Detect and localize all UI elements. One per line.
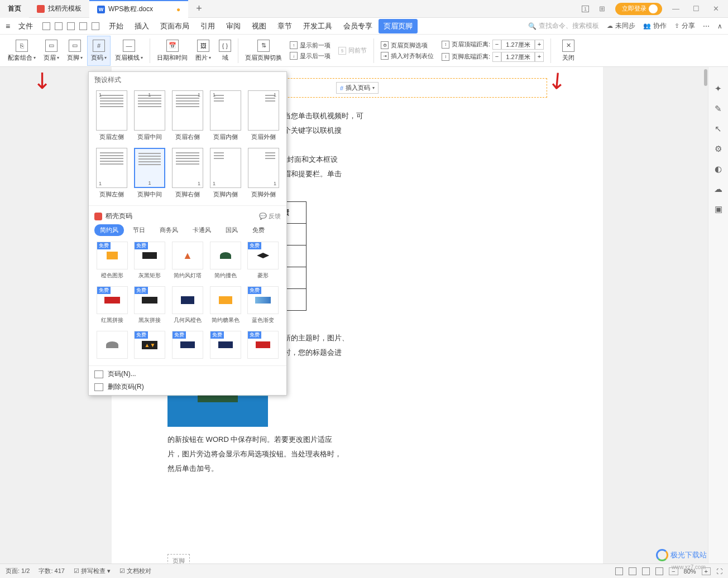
menu-review[interactable]: 审阅 — [221, 19, 246, 33]
tab-templates[interactable]: 找稻壳模板 — [29, 0, 89, 18]
header-line-button[interactable]: —页眉横线▾ — [112, 36, 146, 66]
combo-button[interactable]: ⎘配套组合▾ — [4, 36, 39, 66]
tpl-tab-free[interactable]: 免费 — [247, 224, 270, 236]
tpl-item[interactable]: 免费菱形 — [245, 242, 281, 280]
tpl-item[interactable]: 免费红黑拼接 — [94, 286, 130, 324]
layout-icon[interactable]: 1 — [582, 6, 589, 12]
decrease-button[interactable]: − — [492, 40, 501, 50]
preset-header-left[interactable]: 1页眉左侧 — [94, 90, 129, 141]
tpl-item[interactable]: 简约撞色 — [208, 242, 243, 280]
preset-footer-right[interactable]: 1页脚右侧 — [170, 148, 205, 199]
header-button[interactable]: ▭页眉▾ — [40, 36, 63, 66]
vertical-scrollbar[interactable] — [703, 67, 708, 563]
proofread[interactable]: ☑ 文档校对 — [119, 567, 151, 575]
preset-footer-inside[interactable]: 1页脚内侧 — [208, 148, 243, 199]
maximize-button[interactable]: ☐ — [689, 4, 703, 13]
file-menu[interactable]: 文件 — [13, 19, 38, 33]
apps-icon[interactable]: ⊞ — [596, 4, 609, 13]
page-indicator[interactable]: 页面: 1/2 — [6, 567, 30, 575]
view-web-icon[interactable] — [642, 567, 650, 575]
tpl-item[interactable]: 简约糖果色 — [208, 286, 243, 324]
bot-distance-spinner[interactable]: − 1.27厘米 + — [492, 52, 544, 62]
tpl-item[interactable]: 免费黑灰拼接 — [132, 286, 168, 324]
minimize-button[interactable]: — — [669, 4, 683, 13]
view-outline-icon[interactable] — [629, 567, 636, 575]
tpl-item[interactable] — [94, 331, 130, 361]
insert-align-button[interactable]: ⇥插入对齐制表位 — [381, 52, 434, 60]
ai-icon[interactable]: ✦ — [713, 84, 724, 94]
close-window-button[interactable]: ✕ — [710, 4, 722, 13]
hamburger-icon[interactable]: ≡ — [6, 22, 10, 31]
footer-region-label[interactable]: 页脚 — [167, 554, 190, 563]
preset-footer-center[interactable]: 1页脚中间 — [132, 148, 167, 199]
tpl-item[interactable]: 免费蓝色渐变 — [245, 286, 281, 324]
select-icon[interactable]: ↖ — [713, 124, 724, 134]
tpl-tab-holiday[interactable]: 节日 — [127, 224, 151, 236]
tpl-tab-national[interactable]: 国风 — [220, 224, 243, 236]
tpl-item[interactable]: 免费 — [208, 331, 243, 361]
preset-footer-left[interactable]: 1页脚左侧 — [94, 148, 129, 199]
switch-button[interactable]: ⇅页眉页脚切换 — [242, 36, 285, 66]
preset-footer-outside[interactable]: 1页脚外侧 — [246, 148, 281, 199]
panel-icon[interactable]: ▣ — [713, 204, 724, 214]
redo-icon[interactable] — [92, 22, 99, 30]
tab-document[interactable]: W WPS教程.docx ● — [89, 0, 188, 18]
pen-icon[interactable]: ✎ — [713, 104, 724, 114]
word-count[interactable]: 字数: 417 — [39, 567, 64, 575]
pagenum-dialog-button[interactable]: 页码(N)... — [94, 369, 281, 379]
view-read-icon[interactable] — [655, 567, 663, 575]
print-icon[interactable] — [55, 22, 63, 30]
tpl-tab-simple[interactable]: 简约风 — [94, 224, 124, 236]
tpl-item[interactable]: 免费 — [170, 331, 205, 361]
top-distance-spinner[interactable]: − 1.27厘米 + — [492, 40, 544, 50]
menu-layout[interactable]: 页面布局 — [155, 19, 194, 33]
tpl-item[interactable]: 免费▲▼ — [132, 331, 168, 361]
tpl-item[interactable]: 免费橙色图形 — [94, 242, 130, 280]
preset-header-inside[interactable]: 1页眉内侧 — [208, 90, 243, 141]
save-icon[interactable] — [42, 22, 50, 30]
menu-dev[interactable]: 开发工具 — [298, 19, 337, 33]
menu-header-footer[interactable]: 页眉页脚 — [379, 19, 418, 33]
pagenum-button[interactable]: #页码▾ — [87, 36, 111, 66]
undo-icon[interactable] — [79, 22, 87, 30]
tpl-item[interactable]: 免费 — [245, 331, 281, 361]
feedback-button[interactable]: 💬反馈 — [259, 212, 281, 220]
login-button[interactable]: 立即登录 — [615, 3, 662, 15]
sync-status[interactable]: ☁未同步 — [607, 21, 635, 31]
collapse-ribbon[interactable]: ∧ — [717, 22, 722, 30]
preset-header-right[interactable]: 1页眉右侧 — [170, 90, 205, 141]
show-next-button[interactable]: ↓显示后一项 — [290, 52, 331, 60]
menu-vip[interactable]: 会员专享 — [338, 19, 377, 33]
cloud-icon[interactable]: ☁ — [713, 184, 724, 194]
tpl-item[interactable]: 几何风橙色 — [170, 286, 205, 324]
same-section-button[interactable]: §同前节 — [338, 46, 367, 55]
increase-button[interactable]: + — [535, 40, 544, 50]
insert-pagenum-chip[interactable]: # 插入页码▾ — [336, 82, 379, 94]
delete-pagenum-button[interactable]: 删除页码(R) — [94, 382, 281, 392]
preset-header-outside[interactable]: 1页眉外侧 — [246, 90, 281, 141]
tpl-item[interactable]: ▲简约风灯塔 — [170, 242, 205, 280]
tab-home[interactable]: 首页 — [0, 0, 29, 18]
show-prev-button[interactable]: ↑显示前一项 — [290, 41, 331, 50]
spell-check[interactable]: ☑ 拼写检查 ▾ — [74, 567, 111, 575]
fullscreen-icon[interactable]: ⛶ — [716, 568, 722, 575]
menu-chapter[interactable]: 章节 — [272, 19, 297, 33]
datetime-button[interactable]: 📅日期和时间 — [154, 36, 191, 66]
share-button[interactable]: ⇪分享 — [674, 21, 695, 31]
decrease-button[interactable]: − — [492, 52, 501, 62]
preset-header-center[interactable]: 1页眉中间 — [132, 90, 167, 141]
menu-start[interactable]: 开始 — [104, 19, 128, 33]
tpl-tab-cartoon[interactable]: 卡通风 — [187, 224, 217, 236]
menu-more[interactable]: ⋯ — [703, 22, 710, 30]
top-distance-value[interactable]: 1.27厘米 — [501, 40, 535, 50]
menu-reference[interactable]: 引用 — [195, 19, 220, 33]
tpl-item[interactable]: 免费灰黑矩形 — [132, 242, 168, 280]
increase-button[interactable]: + — [535, 52, 544, 62]
menu-view[interactable]: 视图 — [247, 19, 271, 33]
footer-button[interactable]: ▭页脚▾ — [64, 36, 86, 66]
new-tab-button[interactable]: + — [188, 3, 210, 15]
menu-insert[interactable]: 插入 — [130, 19, 154, 33]
picture-button[interactable]: 🖼图片▾ — [192, 36, 214, 66]
command-search[interactable]: 🔍查找命令、搜索模板 — [528, 21, 599, 31]
view-page-icon[interactable] — [615, 567, 623, 575]
